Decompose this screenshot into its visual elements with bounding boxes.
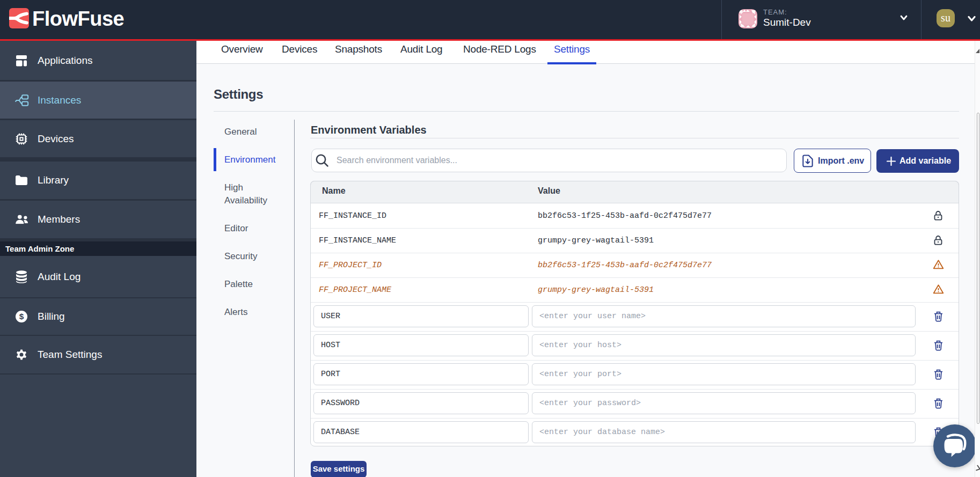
svg-text:$: $ xyxy=(19,312,24,321)
